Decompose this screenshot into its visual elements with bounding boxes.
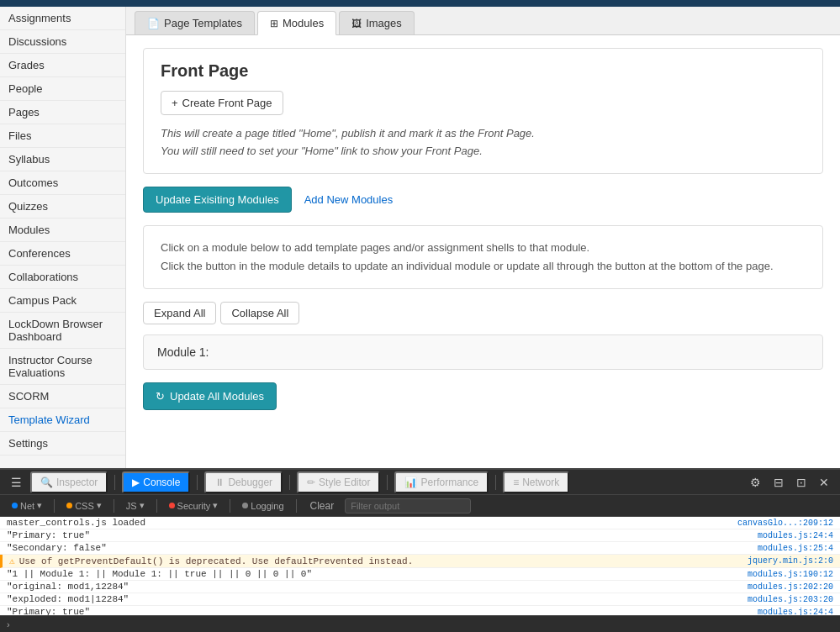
filter-sep-2 [114, 499, 114, 513]
page-templates-label: Page Templates [164, 17, 242, 29]
filter-js-button[interactable]: JS ▾ [121, 498, 150, 513]
sidebar-item-template-wizard[interactable]: Template Wizard [0, 408, 125, 432]
sidebar-item-settings[interactable]: Settings [0, 432, 125, 456]
page-templates-icon: 📄 [147, 18, 160, 29]
images-tab-icon: 🖼 [351, 18, 362, 29]
inspector-icon: 🔍 [40, 477, 53, 488]
console-row-source-4[interactable]: modules.js:190:12 [748, 570, 833, 579]
front-page-description: This will create a page titled "Home", p… [161, 125, 806, 161]
sidebar-item-outcomes[interactable]: Outcomes [0, 171, 125, 195]
expand-all-button[interactable]: Expand All [143, 302, 216, 324]
clear-console-button[interactable]: Clear [304, 498, 341, 514]
console-row-3: ⚠Use of getPreventDefault() is deprecate… [0, 555, 840, 568]
create-front-page-button[interactable]: + Create Front Page [161, 91, 283, 115]
sidebar-item-files[interactable]: Files [0, 124, 125, 148]
modules-tab-icon: ⊞ [270, 18, 278, 29]
tab-modules-tab[interactable]: ⊞Modules [257, 11, 336, 35]
sidebar-item-lockdown-browser[interactable]: LockDown Browser Dashboard [0, 313, 125, 349]
devtools-close-icon[interactable]: ✕ [815, 474, 833, 491]
tab-separator-5 [495, 475, 496, 490]
content-area: 📄Page Templates⊞Modules🖼Images Front Pag… [126, 7, 840, 468]
css-dot [66, 503, 72, 508]
console-row-text-5: "original: mod1,12284" [7, 582, 739, 592]
devtools-settings-icon[interactable]: ⚙ [746, 474, 765, 491]
module-1-box: Module 1: [143, 334, 823, 370]
devtools-toolbar: ☰ 🔍 Inspector ▶ Console ⏸ Debugger ✏ Sty… [0, 470, 840, 495]
console-row-source-7[interactable]: modules.js:24:4 [758, 608, 833, 616]
filter-css-button[interactable]: CSS ▾ [61, 498, 107, 513]
console-row-text-2: "Secondary: false" [7, 543, 749, 553]
refresh-icon: ↻ [156, 390, 165, 403]
devtools-panel: ☰ 🔍 Inspector ▶ Console ⏸ Debugger ✏ Sty… [0, 468, 840, 632]
console-row-1: "Primary: true"modules.js:24:4 [0, 529, 840, 542]
devtools-filter-bar: Net ▾ CSS ▾ JS ▾ Security ▾ Logging Clea… [0, 495, 840, 517]
front-page-box: Front Page + Create Front Page This will… [143, 48, 823, 174]
console-row-source-5[interactable]: modules.js:202:20 [748, 582, 833, 592]
console-row-0: master_controls.js loadedcanvasGlo...:20… [0, 517, 840, 529]
sidebar-item-people[interactable]: People [0, 77, 125, 101]
modules-tab-label: Modules [283, 17, 324, 29]
sidebar-item-discussions[interactable]: Discussions [0, 30, 125, 54]
add-new-modules-button[interactable]: Add New Modules [304, 193, 394, 206]
security-dot [169, 503, 175, 508]
console-row-2: "Secondary: false"modules.js:25:4 [0, 542, 840, 555]
console-row-text-4: "1 || Module 1: || Module 1: || true || … [7, 569, 739, 579]
devtools-dock-bottom-icon[interactable]: ⊡ [792, 474, 811, 491]
sidebar-item-assignments[interactable]: Assignments [0, 7, 125, 30]
debugger-icon: ⏸ [214, 477, 225, 488]
update-existing-modules-button[interactable]: Update Exisiting Modules [143, 187, 292, 213]
filter-sep-3 [156, 499, 157, 513]
devtools-tab-network[interactable]: ≡ Network [503, 471, 569, 493]
tab-images-tab[interactable]: 🖼Images [339, 11, 415, 34]
console-output: master_controls.js loadedcanvasGlo...:20… [0, 517, 840, 615]
logging-dot [242, 503, 248, 508]
update-all-modules-button[interactable]: ↻ Update All Modules [143, 382, 277, 410]
console-row-source-0[interactable]: canvasGlo...:209:12 [737, 519, 833, 528]
console-icon: ▶ [132, 477, 140, 488]
sidebar: AssignmentsDiscussionsGradesPeoplePagesF… [0, 7, 126, 468]
console-row-source-1[interactable]: modules.js:24:4 [758, 531, 833, 540]
sidebar-item-conferences[interactable]: Conferences [0, 242, 125, 266]
console-input[interactable] [14, 619, 833, 629]
top-bar [0, 0, 840, 7]
sidebar-item-campus-pack[interactable]: Campus Pack [0, 289, 125, 313]
tab-separator-4 [387, 475, 388, 490]
console-row-source-3[interactable]: jquery.min.js:2:0 [748, 556, 833, 566]
images-tab-label: Images [366, 17, 402, 29]
page-content: Front Page + Create Front Page This will… [126, 35, 840, 468]
console-row-text-1: "Primary: true" [7, 530, 749, 540]
sidebar-item-quizzes[interactable]: Quizzes [0, 195, 125, 219]
filter-logging-button[interactable]: Logging [237, 499, 288, 513]
devtools-tab-performance[interactable]: 📊 Performance [394, 471, 489, 493]
filter-output-input[interactable] [345, 498, 471, 514]
tab-page-templates[interactable]: 📄Page Templates [135, 11, 255, 34]
sidebar-item-pages[interactable]: Pages [0, 101, 125, 124]
tab-separator-3 [289, 475, 290, 490]
devtools-dock-split-icon[interactable]: ⊟ [769, 474, 788, 491]
devtools-menu-icon[interactable]: ☰ [7, 474, 26, 491]
sidebar-item-grades[interactable]: Grades [0, 54, 125, 77]
console-row-source-6[interactable]: modules.js:203:20 [748, 595, 833, 604]
warning-icon-3: ⚠ [9, 556, 15, 566]
devtools-tab-console[interactable]: ▶ Console [122, 471, 190, 493]
console-row-source-2[interactable]: modules.js:25:4 [758, 544, 833, 553]
devtools-tab-style-editor[interactable]: ✏ Style Editor [297, 471, 380, 493]
filter-net-button[interactable]: Net ▾ [7, 498, 47, 513]
sidebar-item-modules[interactable]: Modules [0, 219, 125, 242]
plus-icon: + [172, 97, 178, 109]
console-row-5: "original: mod1,12284"modules.js:202:20 [0, 581, 840, 593]
devtools-tab-inspector[interactable]: 🔍 Inspector [30, 471, 108, 493]
sidebar-item-instructor-course[interactable]: Instructor Course Evaluations [0, 349, 125, 385]
devtools-tab-debugger[interactable]: ⏸ Debugger [204, 471, 283, 493]
style-editor-icon: ✏ [307, 477, 315, 488]
net-dot [12, 503, 18, 508]
update-modules-row: Update Exisiting Modules Add New Modules [143, 187, 823, 213]
filter-security-button[interactable]: Security ▾ [164, 498, 224, 513]
console-row-text-7: "Primary: true" [7, 607, 749, 615]
console-row-text-6: "exploded: mod1|12284" [7, 594, 739, 604]
sidebar-item-collaborations[interactable]: Collaborations [0, 266, 125, 289]
sidebar-item-syllabus[interactable]: Syllabus [0, 148, 125, 171]
sidebar-item-scorm[interactable]: SCORM [0, 385, 125, 408]
console-row-6: "exploded: mod1|12284"modules.js:203:20 [0, 593, 840, 606]
collapse-all-button[interactable]: Collapse All [220, 302, 299, 324]
